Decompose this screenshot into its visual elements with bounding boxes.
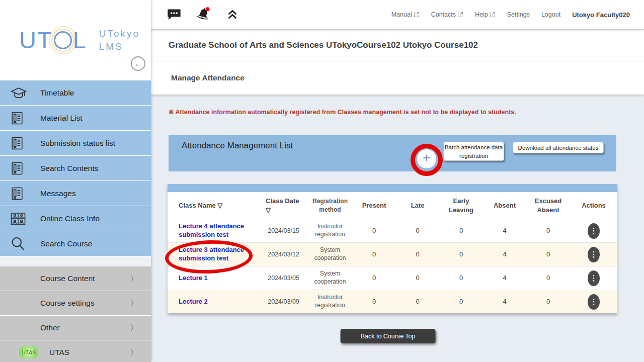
content-area: ※ Attendance information automatically r… <box>151 95 644 362</box>
column-header[interactable]: Class Date ▽ <box>259 197 308 214</box>
table-row: Lecture 3 attendance submission test2024… <box>168 242 617 266</box>
sidebar: UT L UTokyo LMS ← Timetable <box>0 0 151 362</box>
column-header[interactable]: Class Name ▽ <box>168 201 259 210</box>
chevron-right-icon: 〉 <box>130 299 138 308</box>
present-cell: 0 <box>352 298 396 306</box>
utas-logo-icon: UTAS <box>19 346 38 358</box>
early-leaving-cell: 0 <box>439 227 483 235</box>
sidebar-item-search-contents[interactable]: Search Contents <box>0 156 151 180</box>
help-link[interactable]: Help <box>475 11 496 18</box>
actions-cell: ⋮ <box>570 223 617 239</box>
section-title-bar: Manage Attendance <box>151 61 644 95</box>
table-header-row: Class Name ▽Class Date ▽Registration met… <box>168 192 617 219</box>
class-name-cell: Lecture 3 attendance submission test <box>168 246 259 262</box>
sidebar-item-label: Submission status list <box>40 139 115 148</box>
sidebar-divider <box>0 256 151 266</box>
sidebar-item-label: Search Course <box>40 239 92 248</box>
sidebar-item-material-list[interactable]: Material List <box>0 106 151 130</box>
sidebar-item-label: Course Content <box>40 274 95 283</box>
registration-method-cell: System cooperation <box>308 246 352 262</box>
course-title-bar: Graduate School of Arts and Sciences UTo… <box>151 29 644 61</box>
sidebar-item-other[interactable]: Other 〉 <box>0 316 151 340</box>
settings-link[interactable]: Settings <box>507 11 530 18</box>
utol-logo: UT L UTokyo LMS <box>19 26 140 54</box>
class-name-link[interactable]: Lecture 1 <box>179 274 208 282</box>
table-row: Lecture 22024/03/09Instructor registrati… <box>168 290 617 313</box>
people-grid-icon <box>10 211 29 226</box>
clipboard-icon <box>10 186 29 201</box>
notifications-bell-icon[interactable] <box>195 6 211 23</box>
row-actions-menu-button[interactable]: ⋮ <box>588 223 600 239</box>
download-all-attendance-button[interactable]: Download all attendance status <box>513 142 604 153</box>
row-actions-menu-button[interactable]: ⋮ <box>588 294 600 310</box>
present-cell: 0 <box>352 274 396 283</box>
sidebar-item-submission-status-list[interactable]: Submission status list <box>0 131 151 155</box>
logo-brand-right: L <box>73 26 87 54</box>
panel-title: Attendance Management List <box>182 141 293 151</box>
excused-absent-cell: 0 <box>526 250 570 259</box>
absent-cell: 4 <box>483 250 526 259</box>
excused-absent-cell: 0 <box>526 274 570 283</box>
external-link-icon <box>490 12 496 18</box>
batch-attendance-registration-button[interactable]: Batch attendance data registration <box>443 142 504 161</box>
sidebar-item-search-course[interactable]: Search Course <box>0 231 151 256</box>
contacts-link[interactable]: Contacts <box>431 11 463 18</box>
chat-icon[interactable] <box>166 6 182 23</box>
class-name-link[interactable]: Lecture 2 <box>179 298 208 306</box>
column-header: Absent <box>483 201 526 210</box>
class-name-link[interactable]: Lecture 3 attendance submission test <box>179 246 256 262</box>
column-header: Early Leaving <box>439 197 483 214</box>
sidebar-item-messages[interactable]: Messages <box>0 181 151 206</box>
collapse-header-icon[interactable] <box>224 6 240 23</box>
class-name-cell: Lecture 4 attendance submission test <box>168 222 259 239</box>
class-date-cell: 2024/03/12 <box>259 250 308 258</box>
early-leaving-cell: 0 <box>439 250 483 259</box>
external-link-icon <box>414 12 420 18</box>
attendance-table: Class Name ▽Class Date ▽Registration met… <box>168 184 617 313</box>
actions-cell: ⋮ <box>570 247 617 262</box>
sidebar-item-label: Other <box>40 323 60 332</box>
sidebar-item-online-class-info[interactable]: Online Class Info <box>0 206 151 231</box>
excused-absent-cell: 0 <box>526 227 570 235</box>
present-cell: 0 <box>352 227 396 235</box>
logo-area: UT L UTokyo LMS ← <box>0 0 151 80</box>
late-cell: 0 <box>396 227 439 235</box>
sidebar-item-label: Messages <box>40 189 76 198</box>
absent-cell: 4 <box>483 274 526 283</box>
class-date-cell: 2024/03/05 <box>259 274 308 282</box>
add-attendance-button[interactable]: + <box>417 149 436 168</box>
sidebar-item-course-settings[interactable]: Course settings 〉 <box>0 291 151 315</box>
column-header: Excused Absent <box>526 197 570 214</box>
chevron-right-icon: 〉 <box>130 323 138 333</box>
column-header: Present <box>352 201 396 210</box>
app-window: UT L UTokyo LMS ← Timetable <box>0 0 644 362</box>
table-top-strip <box>168 184 617 192</box>
logout-link[interactable]: Logout <box>541 11 560 18</box>
logo-subtitle-line1: UTokyo <box>99 27 140 40</box>
actions-cell: ⋮ <box>570 294 617 310</box>
magnifier-icon <box>10 236 29 251</box>
sidebar-item-label: Search Contents <box>40 164 98 173</box>
column-header: Actions <box>570 201 617 210</box>
class-date-cell: 2024/03/09 <box>259 298 308 306</box>
row-actions-menu-button[interactable]: ⋮ <box>588 270 600 286</box>
column-header: Late <box>396 201 439 210</box>
sidebar-collapse-button[interactable]: ← <box>131 56 145 71</box>
registration-method-cell: Instructor registration <box>308 294 352 309</box>
sidebar-item-label: Timetable <box>40 88 74 98</box>
sidebar-nav: Timetable Material List Submission statu… <box>0 80 151 362</box>
sidebar-item-course-content[interactable]: Course Content 〉 <box>0 266 151 291</box>
table-row: Lecture 12024/03/05System cooperation000… <box>168 266 617 290</box>
attendance-panel-header: Attendance Management List + Batch atten… <box>169 135 616 171</box>
sidebar-item-timetable[interactable]: Timetable <box>0 80 151 105</box>
sidebar-item-utas[interactable]: UTAS UTAS 〉 <box>0 340 151 362</box>
manual-link[interactable]: Manual <box>391 11 420 18</box>
user-name: Utokyo Faculty020 <box>572 11 630 19</box>
class-name-link[interactable]: Lecture 4 attendance submission test <box>179 222 256 239</box>
page-title: Manage Attendance <box>171 73 245 82</box>
clipboard-icon <box>10 136 29 151</box>
back-to-course-top-button[interactable]: Back to Course Top <box>341 329 436 343</box>
row-actions-menu-button[interactable]: ⋮ <box>588 247 600 262</box>
clipboard-icon <box>10 111 29 126</box>
sidebar-item-label: Online Class Info <box>40 214 100 223</box>
